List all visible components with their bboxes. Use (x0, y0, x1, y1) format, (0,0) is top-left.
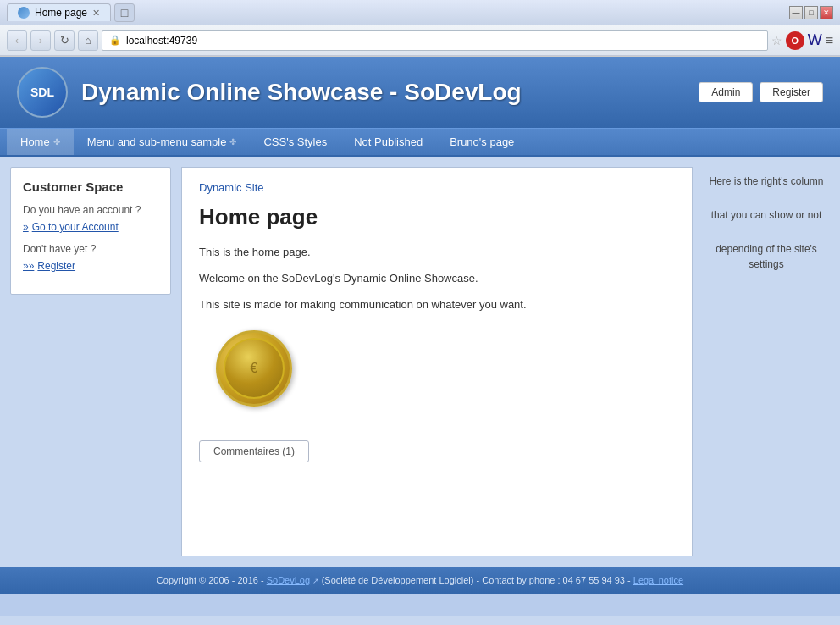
register-header-button[interactable]: Register (760, 82, 823, 102)
coin-image: € (216, 330, 292, 407)
nav-item-not-published[interactable]: Not Published (340, 129, 436, 155)
customer-space-box: Customer Space Do you have an account ? … (10, 167, 171, 295)
comments-button[interactable]: Commentaires (1) (199, 440, 309, 462)
site-title: Dynamic Online Showcase - SoDevLog (81, 79, 522, 106)
back-button[interactable]: ‹ (7, 30, 27, 51)
footer-copyright: Copyright © 2006 - 2016 - (157, 575, 267, 585)
browser-tab[interactable]: Home page ✕ (7, 3, 111, 21)
goto-account-link[interactable]: » Go to your Account (23, 221, 158, 233)
left-sidebar: Customer Space Do you have an account ? … (10, 167, 171, 556)
tab-title: Home page (35, 7, 87, 19)
forward-button[interactable]: › (30, 30, 51, 51)
nav-item-menu[interactable]: Menu and sub-menu sample ✤ (74, 129, 251, 155)
minimize-button[interactable]: — (789, 6, 803, 19)
site-navigation: Home ✤ Menu and sub-menu sample ✤ CSS's … (0, 128, 840, 157)
nav-item-home[interactable]: Home ✤ (7, 129, 74, 155)
footer-legal-link[interactable]: Legal notice (633, 575, 683, 585)
header-buttons: Admin Register (699, 82, 823, 102)
url-input[interactable] (126, 35, 760, 47)
window-controls: — □ ✕ (789, 6, 833, 19)
content-text-1: This is the home page. (199, 244, 675, 262)
right-col-text-2: that you can show or not (703, 201, 830, 230)
register-icon: »» (23, 260, 34, 272)
lock-icon: 🔒 (109, 35, 121, 46)
title-bar: Home page ✕ □ — □ ✕ (0, 0, 840, 25)
close-button[interactable]: ✕ (820, 6, 833, 19)
nav-item-bruno[interactable]: Bruno's page (436, 129, 528, 155)
menu-icon[interactable]: ≡ (826, 33, 833, 48)
right-col-text-3: depending of the site's settings (703, 235, 830, 279)
office-icon[interactable]: W (808, 31, 822, 49)
tab-close-button[interactable]: ✕ (92, 8, 100, 19)
content-text-2: Welcome on the SoDevLog's Dynamic Online… (199, 270, 675, 288)
breadcrumb: Dynamic Site (199, 181, 675, 194)
customer-space-title: Customer Space (23, 180, 158, 194)
goto-account-icon: » (23, 221, 29, 233)
browser-toolbar: ‹ › ↻ ⌂ 🔒 ☆ O W ≡ (0, 25, 840, 56)
bookmark-star-icon[interactable]: ☆ (771, 34, 782, 47)
page-title: Home page (199, 204, 675, 230)
browser-chrome: Home page ✕ □ — □ ✕ ‹ › ↻ ⌂ 🔒 ☆ O W ≡ (0, 0, 840, 57)
nav-item-css[interactable]: CSS's Styles (250, 129, 340, 155)
logo-area: SDL Dynamic Online Showcase - SoDevLog (17, 67, 522, 118)
site-logo: SDL (17, 67, 68, 118)
right-sidebar: Here is the right's column that you can … (703, 167, 830, 556)
footer-external-icon: ↗ (312, 577, 322, 585)
content-area: Dynamic Site Home page This is the home … (181, 167, 693, 556)
admin-button[interactable]: Admin (699, 82, 753, 102)
coin-face-icon: € (251, 361, 258, 376)
footer-sodevlog-link[interactable]: SoDevLog (267, 575, 310, 585)
tab-favicon (18, 7, 30, 19)
page-wrapper: SDL Dynamic Online Showcase - SoDevLog A… (0, 57, 840, 616)
right-col-text-1: Here is the right's column (703, 167, 830, 196)
site-footer: Copyright © 2006 - 2016 - SoDevLog ↗ (So… (0, 567, 840, 594)
opera-icon[interactable]: O (786, 31, 804, 50)
content-text-3: This site is made for making communicati… (199, 296, 675, 314)
home-button[interactable]: ⌂ (78, 30, 98, 51)
sidebar-question1: Do you have an account ? (23, 204, 158, 216)
reload-button[interactable]: ↻ (54, 30, 75, 51)
site-header: SDL Dynamic Online Showcase - SoDevLog A… (0, 57, 840, 128)
sidebar-question2: Don't have yet ? (23, 243, 158, 255)
new-tab-button[interactable]: □ (114, 3, 135, 22)
footer-middle-text: (Société de Développement Logiciel) - Co… (322, 575, 633, 585)
main-layout: Customer Space Do you have an account ? … (0, 157, 840, 567)
maximize-button[interactable]: □ (804, 6, 818, 19)
address-bar[interactable]: 🔒 (102, 30, 768, 51)
register-sidebar-link[interactable]: »» Register (23, 260, 158, 272)
